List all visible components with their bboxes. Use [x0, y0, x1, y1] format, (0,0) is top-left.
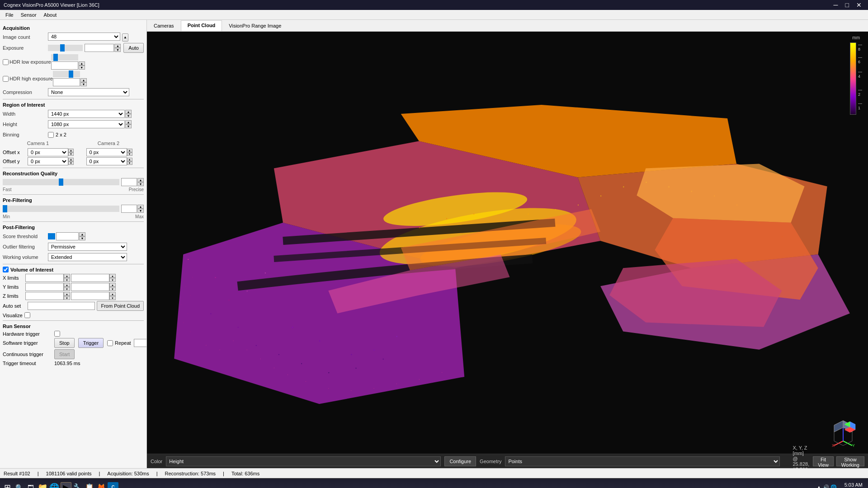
zmin-dn[interactable]: ▼: [64, 296, 70, 300]
image-count-select[interactable]: 48: [48, 33, 120, 41]
menu-file[interactable]: File: [2, 11, 17, 19]
hdr-low-up[interactable]: ▲: [79, 61, 85, 66]
xmax-dn[interactable]: ▼: [109, 278, 116, 282]
show-working-volume-button[interactable]: Show Working Volume: [836, 456, 864, 466]
ie-taskbar[interactable]: 🌐: [49, 482, 60, 488]
oy2-up[interactable]: ▲: [127, 158, 132, 161]
prefilter-value[interactable]: 0: [121, 205, 137, 213]
geometry-select[interactable]: Points: [505, 456, 780, 466]
ymin-dn[interactable]: ▼: [64, 287, 70, 291]
image-count-up[interactable]: ▲: [122, 33, 128, 42]
fit-view-button[interactable]: Fit View: [813, 456, 834, 466]
prefilter-slider[interactable]: [3, 206, 119, 212]
pre-up[interactable]: ▲: [137, 205, 144, 209]
offset-x-cam1[interactable]: 0 px: [28, 148, 68, 156]
ymin-up[interactable]: ▲: [64, 283, 70, 287]
tab-visionpro[interactable]: VisionPro Range Image: [222, 21, 288, 31]
ox1-down[interactable]: ▼: [68, 152, 74, 156]
width-up[interactable]: ▲: [125, 110, 132, 114]
xmin-dn[interactable]: ▼: [64, 278, 70, 282]
repeat-value[interactable]: 2643 ms: [134, 339, 147, 347]
width-down[interactable]: ▼: [125, 114, 132, 118]
task-view-button[interactable]: 🗔: [25, 482, 36, 488]
cube-navigator[interactable]: X Y Z: [827, 416, 859, 448]
pre-down[interactable]: ▼: [137, 209, 144, 213]
auto-set-input[interactable]: [28, 302, 95, 310]
z-max-input[interactable]: 8.000 mm: [71, 292, 109, 300]
qual-down[interactable]: ▼: [137, 182, 144, 186]
hdr-low-check[interactable]: [3, 59, 9, 65]
x-min-input[interactable]: -27.000 mm: [25, 274, 64, 282]
offset-y-cam1[interactable]: 0 px: [28, 157, 68, 165]
y-min-input[interactable]: -22.000 mm: [25, 283, 64, 291]
start-button[interactable]: ⊞: [2, 482, 13, 488]
zmax-dn[interactable]: ▼: [109, 296, 116, 300]
quality-slider[interactable]: [3, 179, 119, 185]
exposure-down[interactable]: ▼: [114, 48, 121, 52]
hdr-high-check[interactable]: [3, 76, 9, 82]
x-max-input[interactable]: 27.000 mm: [71, 274, 109, 282]
hardware-check[interactable]: [54, 331, 60, 337]
hdr-high-down[interactable]: ▼: [80, 82, 87, 86]
width-select[interactable]: 1440 px: [48, 110, 125, 118]
y-max-input[interactable]: 22.000 mm: [71, 283, 109, 291]
height-select[interactable]: 1080 px: [48, 120, 125, 128]
close-button[interactable]: ✕: [854, 0, 864, 10]
exposure-value[interactable]: 400.0 μs: [85, 44, 114, 52]
ymax-dn[interactable]: ▼: [109, 287, 116, 291]
ox1-up[interactable]: ▲: [68, 149, 74, 152]
menu-about[interactable]: About: [40, 11, 61, 19]
maximize-button[interactable]: □: [843, 0, 852, 10]
z-min-input[interactable]: -2.000 mm: [25, 292, 64, 300]
visualize-check[interactable]: [24, 312, 30, 318]
voi-check[interactable]: [3, 267, 9, 272]
tab-cameras[interactable]: Cameras: [147, 21, 181, 31]
minimize-button[interactable]: ─: [831, 0, 841, 10]
offset-y-cam2[interactable]: 0 px: [86, 157, 127, 165]
ymax-up[interactable]: ▲: [109, 283, 116, 287]
exposure-slider[interactable]: [48, 45, 83, 51]
menu-sensor[interactable]: Sensor: [17, 11, 40, 19]
viewport[interactable]: mm — 8 — 6 — 4 — 2 — 1: [147, 32, 868, 468]
exposure-up[interactable]: ▲: [114, 44, 121, 48]
tool-taskbar[interactable]: 🔧: [72, 482, 83, 488]
score-up[interactable]: ▲: [79, 232, 85, 236]
hdr-low-value[interactable]: 23.6 μs: [51, 61, 78, 70]
search-taskbar-button[interactable]: 🔍: [14, 482, 24, 488]
color-select[interactable]: Height: [166, 456, 441, 466]
qual-up[interactable]: ▲: [137, 178, 144, 182]
outlier-select[interactable]: Permissive: [48, 243, 127, 251]
configure-button[interactable]: Configure: [444, 456, 476, 466]
score-value[interactable]: 0.500: [56, 232, 79, 240]
zmin-up[interactable]: ▲: [64, 292, 70, 296]
oy1-up[interactable]: ▲: [68, 158, 74, 161]
binning-check[interactable]: [48, 132, 54, 138]
ox2-down[interactable]: ▼: [127, 152, 132, 156]
compression-select[interactable]: None: [48, 88, 129, 96]
xmax-up[interactable]: ▲: [109, 274, 116, 278]
score-down[interactable]: ▼: [79, 236, 85, 240]
height-down[interactable]: ▼: [125, 124, 132, 128]
xmin-up[interactable]: ▲: [64, 274, 70, 278]
hdr-high-up[interactable]: ▲: [80, 78, 87, 82]
hdr-low-down[interactable]: ▼: [79, 66, 85, 70]
app-taskbar[interactable]: 🦊: [96, 482, 107, 488]
offset-x-cam2[interactable]: 0 px: [86, 148, 127, 156]
media-taskbar[interactable]: ▶: [61, 482, 71, 488]
oy2-down[interactable]: ▼: [127, 161, 132, 165]
start-button[interactable]: Start: [54, 349, 75, 359]
quality-value[interactable]: 5: [121, 178, 137, 186]
cognex-taskbar[interactable]: C: [108, 482, 118, 488]
hdr-low-slider[interactable]: [51, 54, 78, 61]
height-up[interactable]: ▲: [125, 120, 132, 124]
trigger-button[interactable]: Trigger: [78, 338, 104, 348]
repeat-check[interactable]: [107, 340, 113, 346]
zmax-up[interactable]: ▲: [109, 292, 116, 296]
ox2-up[interactable]: ▲: [127, 149, 132, 152]
from-point-cloud-button[interactable]: From Point Cloud: [97, 301, 144, 311]
clipboard-taskbar[interactable]: 📋: [84, 482, 95, 488]
file-explorer-taskbar[interactable]: 📁: [37, 482, 48, 488]
tab-point-cloud[interactable]: Point Cloud: [181, 20, 222, 31]
hdr-high-slider[interactable]: [53, 71, 80, 77]
working-select[interactable]: Extended: [48, 253, 127, 261]
